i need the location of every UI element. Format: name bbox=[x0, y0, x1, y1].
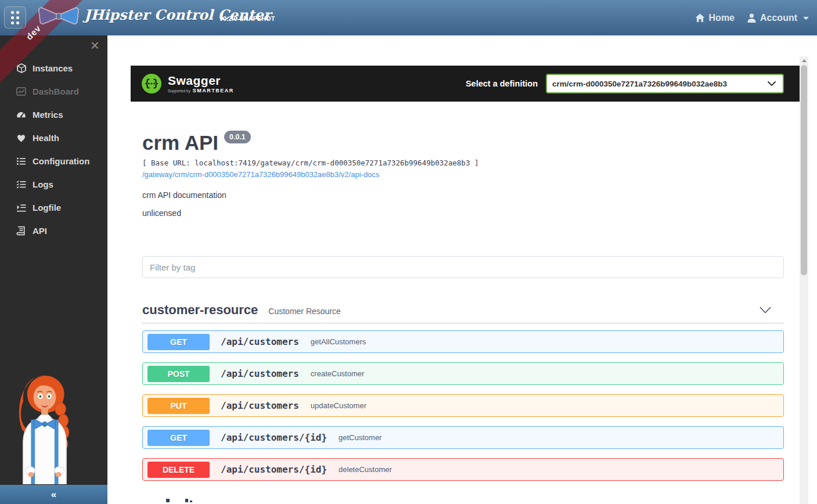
stream-icon bbox=[16, 203, 27, 213]
sidebar-close-icon[interactable]: × bbox=[91, 37, 99, 54]
swagger-logo-name: Swagger bbox=[168, 74, 234, 87]
sidebar-item[interactable]: Configuration bbox=[0, 149, 107, 172]
jhipster-mascot-illustration bbox=[10, 373, 79, 484]
operation-summary: getCustomer bbox=[339, 433, 381, 442]
sidebar-item-label: Instances bbox=[33, 63, 73, 73]
book-icon bbox=[16, 226, 27, 236]
sidebar-item[interactable]: Logfile bbox=[0, 196, 107, 219]
http-method-badge: PUT bbox=[147, 398, 210, 414]
sidebar-item-label: API bbox=[33, 226, 47, 236]
swagger-topbar: Swagger Supported by SMARTBEAR Select a … bbox=[131, 66, 800, 102]
home-icon bbox=[695, 13, 705, 23]
tag-name: customer-resource bbox=[142, 303, 258, 318]
operation-summary: updateCustomer bbox=[311, 401, 366, 410]
partial-next-section-heading bbox=[142, 498, 784, 502]
base-url: [ Base URL: localhost:7419/gateway/crm/c… bbox=[142, 159, 784, 167]
sidebar-item-label: Health bbox=[33, 133, 59, 143]
home-label: Home bbox=[709, 13, 735, 23]
tag-section-header[interactable]: customer-resource Customer Resource bbox=[142, 297, 784, 323]
tag-chevron-down-icon bbox=[760, 307, 771, 314]
grid-dots-icon bbox=[11, 11, 19, 24]
jhipster-bowtie-logo bbox=[37, 5, 81, 27]
sidebar-item[interactable]: Logs bbox=[0, 172, 107, 196]
collapse-icon: « bbox=[51, 489, 56, 501]
api-title: crm API bbox=[142, 131, 218, 153]
account-icon bbox=[747, 13, 756, 23]
api-description: crm API documentation bbox=[142, 190, 784, 200]
account-label: Account bbox=[760, 13, 797, 23]
apps-menu-button[interactable] bbox=[4, 6, 26, 28]
sidebar-item-label: Logs bbox=[33, 179, 53, 189]
home-nav-link[interactable]: Home bbox=[695, 13, 735, 23]
list-icon bbox=[16, 156, 27, 166]
select-chevron-icon bbox=[768, 81, 776, 86]
operation-row[interactable]: PUT /api/customers updateCustomer bbox=[142, 394, 784, 417]
scrollbar-up-arrow[interactable] bbox=[800, 56, 808, 65]
chevron-down-icon bbox=[803, 17, 809, 20]
sidebar: × Instances DashBoard Metrics Health Con… bbox=[0, 35, 107, 504]
sidebar-item[interactable]: Metrics bbox=[0, 103, 107, 126]
heart-icon bbox=[16, 133, 27, 143]
main-content: Swagger Supported by SMARTBEAR Select a … bbox=[107, 35, 817, 504]
api-license: unlicensed bbox=[142, 208, 784, 218]
app-version: v0.2.0-SNAPSHOT bbox=[219, 15, 275, 22]
sidebar-collapse-button[interactable]: « bbox=[0, 485, 107, 504]
endpoint-path: /api/customers bbox=[221, 400, 299, 411]
swagger-logo-icon bbox=[141, 73, 162, 94]
tag-description: Customer Resource bbox=[268, 304, 341, 316]
operation-summary: deleteCustomer bbox=[339, 465, 392, 474]
spec-link[interactable]: /gateway/crm/crm-d000350e7271a7326b99649… bbox=[142, 170, 784, 179]
scrollbar-thumb[interactable] bbox=[801, 65, 807, 275]
operation-row[interactable]: POST /api/customers createCustomer bbox=[142, 362, 784, 385]
tachometer-icon bbox=[16, 110, 27, 120]
supported-by-label: Supported by bbox=[168, 89, 190, 93]
operations-list: GET /api/customers getAllCustomers POST … bbox=[142, 330, 784, 481]
endpoint-path: /api/customers/{id} bbox=[221, 432, 327, 443]
definition-select[interactable]: crm/crm-d000350e7271a7326b99649b032ae8b3 bbox=[546, 74, 784, 93]
endpoint-path: /api/customers bbox=[221, 336, 299, 347]
swagger-logo: Swagger Supported by SMARTBEAR bbox=[141, 73, 234, 94]
http-method-badge: POST bbox=[147, 366, 210, 382]
operation-summary: getAllCustomers bbox=[311, 337, 366, 346]
operation-row[interactable]: GET /api/customers getAllCustomers bbox=[142, 330, 784, 353]
sidebar-item-label: Metrics bbox=[33, 110, 63, 120]
sidebar-item-label: Logfile bbox=[33, 203, 61, 213]
selected-definition-value: crm/crm-d000350e7271a7326b99649b032ae8b3 bbox=[552, 80, 768, 88]
operation-row[interactable]: GET /api/customers/{id} getCustomer bbox=[142, 426, 784, 449]
sidebar-nav: Instances DashBoard Metrics Health Confi… bbox=[0, 56, 107, 242]
select-definition-label: Select a definition bbox=[466, 79, 538, 88]
http-method-badge: GET bbox=[147, 334, 210, 350]
operation-row[interactable]: DELETE /api/customers/{id} deleteCustome… bbox=[142, 458, 784, 481]
sidebar-item-label: Configuration bbox=[33, 156, 89, 166]
smartbear-label: SMARTBEAR bbox=[193, 88, 234, 93]
sidebar-item[interactable]: DashBoard bbox=[0, 80, 107, 103]
http-method-badge: DELETE bbox=[147, 462, 210, 478]
operation-summary: createCustomer bbox=[311, 369, 364, 378]
chart-line-icon bbox=[16, 87, 27, 96]
sidebar-item-label: DashBoard bbox=[33, 87, 79, 96]
filter-by-tag-input[interactable] bbox=[142, 256, 784, 278]
api-version-badge: 0.0.1 bbox=[224, 131, 251, 143]
endpoint-path: /api/customers bbox=[221, 368, 299, 379]
tasks-icon bbox=[16, 179, 27, 189]
sidebar-item[interactable]: Health bbox=[0, 126, 107, 149]
sidebar-item[interactable]: API bbox=[0, 219, 107, 242]
content-scrollbar[interactable] bbox=[800, 56, 808, 504]
endpoint-path: /api/customers/{id} bbox=[221, 464, 327, 475]
http-method-badge: GET bbox=[147, 430, 210, 446]
account-menu[interactable]: Account bbox=[747, 13, 809, 23]
